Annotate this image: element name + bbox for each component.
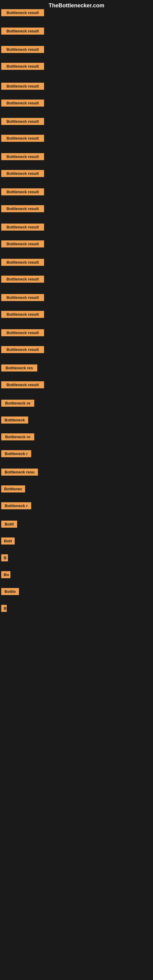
bottleneck-result-button-7[interactable]: Bottleneck result bbox=[1, 118, 44, 125]
bottleneck-result-button-17[interactable]: Bottleneck result bbox=[1, 294, 44, 301]
bottleneck-result-button-32[interactable]: B bbox=[1, 554, 8, 562]
bottleneck-result-button-23[interactable]: Bottleneck re bbox=[1, 400, 34, 407]
bottleneck-result-button-27[interactable]: Bottleneck resu bbox=[1, 469, 38, 476]
bottleneck-result-button-31[interactable]: Bott bbox=[1, 538, 15, 544]
bottleneck-result-button-28[interactable]: Bottlenec bbox=[1, 485, 25, 492]
bottleneck-result-button-22[interactable]: Bottleneck result bbox=[1, 381, 44, 388]
bottleneck-result-button-35[interactable]: B bbox=[1, 605, 7, 612]
bottleneck-result-button-19[interactable]: Bottleneck result bbox=[1, 329, 44, 336]
bottleneck-result-button-25[interactable]: Bottleneck re bbox=[1, 433, 34, 441]
site-title: TheBottlenecker.com bbox=[49, 2, 104, 9]
bottleneck-result-button-26[interactable]: Bottleneck r bbox=[1, 450, 31, 457]
bottleneck-result-button-13[interactable]: Bottleneck result bbox=[1, 224, 44, 231]
bottleneck-result-button-4[interactable]: Bottleneck result bbox=[1, 63, 44, 70]
bottleneck-result-button-10[interactable]: Bottleneck result bbox=[1, 170, 44, 177]
bottleneck-result-button-2[interactable]: Bottleneck result bbox=[1, 27, 44, 35]
bottleneck-result-button-33[interactable]: Bo bbox=[1, 571, 10, 578]
bottleneck-result-button-29[interactable]: Bottleneck r bbox=[1, 502, 31, 509]
bottleneck-result-button-8[interactable]: Bottleneck result bbox=[1, 135, 44, 142]
bottleneck-result-button-16[interactable]: Bottleneck result bbox=[1, 275, 44, 283]
bottleneck-result-button-20[interactable]: Bottleneck result bbox=[1, 346, 44, 353]
bottleneck-result-button-11[interactable]: Bottleneck result bbox=[1, 188, 44, 196]
bottleneck-result-button-6[interactable]: Bottleneck result bbox=[1, 100, 44, 107]
bottleneck-result-button-24[interactable]: Bottleneck bbox=[1, 417, 28, 423]
bottleneck-result-button-12[interactable]: Bottleneck result bbox=[1, 205, 44, 212]
bottleneck-result-button-34[interactable]: Bottle bbox=[1, 588, 19, 595]
bottleneck-result-button-1[interactable]: Bottleneck result bbox=[1, 9, 44, 16]
bottleneck-result-button-3[interactable]: Bottleneck result bbox=[1, 46, 44, 53]
bottleneck-result-button-15[interactable]: Bottleneck result bbox=[1, 259, 44, 266]
bottleneck-result-button-14[interactable]: Bottleneck result bbox=[1, 240, 44, 247]
bottleneck-result-button-30[interactable]: Bottl bbox=[1, 520, 17, 528]
bottleneck-result-button-18[interactable]: Bottleneck result bbox=[1, 311, 44, 318]
bottleneck-result-button-21[interactable]: Bottleneck res bbox=[1, 364, 37, 371]
bottleneck-result-button-5[interactable]: Bottleneck result bbox=[1, 83, 44, 90]
bottleneck-result-button-9[interactable]: Bottleneck result bbox=[1, 153, 44, 160]
